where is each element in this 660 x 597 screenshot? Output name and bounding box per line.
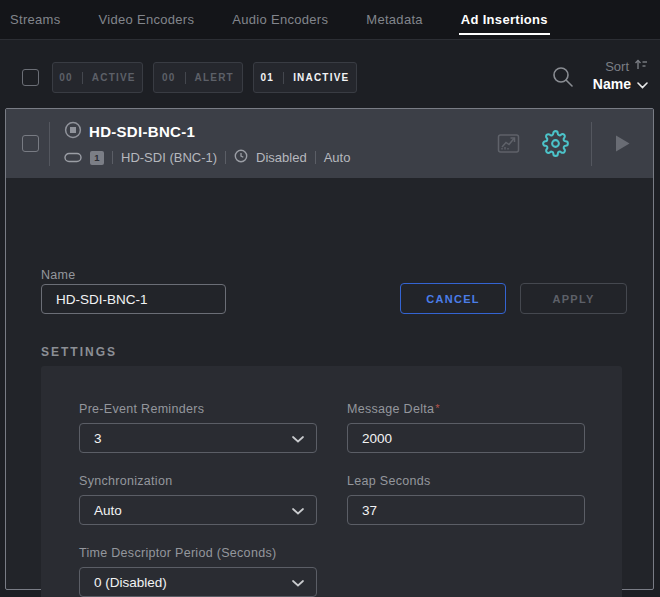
field-message-delta: Message Delta* [347,402,585,453]
sort-control: Sort Name [593,58,648,92]
card-source: HD-SDI (BNC-1) [121,150,217,165]
alert-label: ALERT [195,72,234,83]
chevron-down-icon [292,503,304,518]
channel-number-badge: 1 [90,151,104,165]
cancel-button[interactable]: CANCEL [400,283,506,314]
sort-toggle[interactable]: Sort [593,58,648,74]
card-mode: Auto [324,150,351,165]
top-tab-bar: Streams Video Encoders Audio Encoders Me… [0,0,660,40]
schedule-status: Disabled [256,150,307,165]
filter-inactive-button[interactable]: 01 INACTIVE [253,62,357,93]
message-delta-input-wrap [347,423,585,453]
tab-ad-insertions[interactable]: Ad Insertions [459,0,550,39]
card-select-checkbox[interactable] [22,135,39,152]
meta-separator [112,151,113,164]
apply-button[interactable]: APPLY [520,283,627,314]
settings-section-title: SETTINGS [41,345,117,359]
card-title: HD-SDI-BNC-1 [89,123,195,140]
chevron-down-icon [292,431,304,446]
field-label: Message Delta* [347,402,585,416]
message-delta-input[interactable] [362,431,572,446]
alert-count: 00 [162,72,176,83]
filter-separator [82,72,83,84]
name-field-label: Name [41,268,76,282]
meta-separator [225,151,226,164]
tab-audio-encoders[interactable]: Audio Encoders [230,0,330,39]
actions-divider [591,122,592,166]
active-count: 00 [59,72,73,83]
pre-event-reminders-select[interactable]: 3 [79,423,317,453]
card-header: HD-SDI-BNC-1 1 HD-SDI (BNC-1) [6,109,653,178]
chevron-down-icon [292,575,304,590]
inactive-count: 01 [261,72,275,83]
name-input[interactable] [41,284,226,314]
settings-gear-icon[interactable] [542,130,569,157]
field-label: Pre-Event Reminders [79,402,317,416]
statistics-chart-icon[interactable] [497,132,520,155]
filter-separator [283,72,284,84]
field-leap-seconds: Leap Seconds [347,474,585,525]
field-time-descriptor-period: Time Descriptor Period (Seconds) 0 (Disa… [79,546,317,597]
leap-seconds-input-wrap [347,495,585,525]
select-value: Auto [94,503,122,518]
field-synchronization: Synchronization Auto [79,474,317,525]
card-actions [497,109,631,178]
play-icon[interactable] [614,134,631,153]
tab-streams[interactable]: Streams [8,0,63,39]
sort-field-dropdown[interactable]: Name [593,76,648,92]
search-icon[interactable] [550,64,576,90]
card-identity: HD-SDI-BNC-1 1 HD-SDI (BNC-1) [64,121,350,167]
stop-circle-icon [64,121,82,143]
grid-spacer [347,546,585,597]
tab-video-encoders[interactable]: Video Encoders [97,0,197,39]
field-label: Synchronization [79,474,317,488]
clock-icon [234,149,248,167]
field-label: Leap Seconds [347,474,585,488]
select-all-checkbox[interactable] [22,69,39,86]
select-value: 3 [94,431,102,446]
active-label: ACTIVE [92,72,136,83]
time-descriptor-period-select[interactable]: 0 (Disabled) [79,567,317,597]
synchronization-select[interactable]: Auto [79,495,317,525]
select-value: 0 (Disabled) [94,575,167,590]
tab-metadata[interactable]: Metadata [364,0,425,39]
header-divider [49,122,50,166]
required-marker: * [435,402,440,414]
settings-panel: Pre-Event Reminders 3 Message Delta* [41,366,622,597]
chevron-down-icon [637,76,648,92]
sort-field-value: Name [593,76,631,92]
connector-pill-icon [64,149,82,167]
field-label: Time Descriptor Period (Seconds) [79,546,317,560]
ad-insertions-page: Streams Video Encoders Audio Encoders Me… [0,0,660,597]
filter-separator [185,72,186,84]
sort-label: Sort [605,59,629,74]
field-pre-event-reminders: Pre-Event Reminders 3 [79,402,317,453]
filter-active-button[interactable]: 00 ACTIVE [52,62,143,93]
card-body: Name CANCEL APPLY SETTINGS Pre-Event Rem… [6,178,653,589]
meta-separator [315,151,316,164]
ad-insertion-card: HD-SDI-BNC-1 1 HD-SDI (BNC-1) [5,108,654,590]
leap-seconds-input[interactable] [362,503,572,518]
sort-ascending-icon [634,58,648,74]
filter-alert-button[interactable]: 00 ALERT [153,62,243,93]
inactive-label: INACTIVE [293,72,349,83]
